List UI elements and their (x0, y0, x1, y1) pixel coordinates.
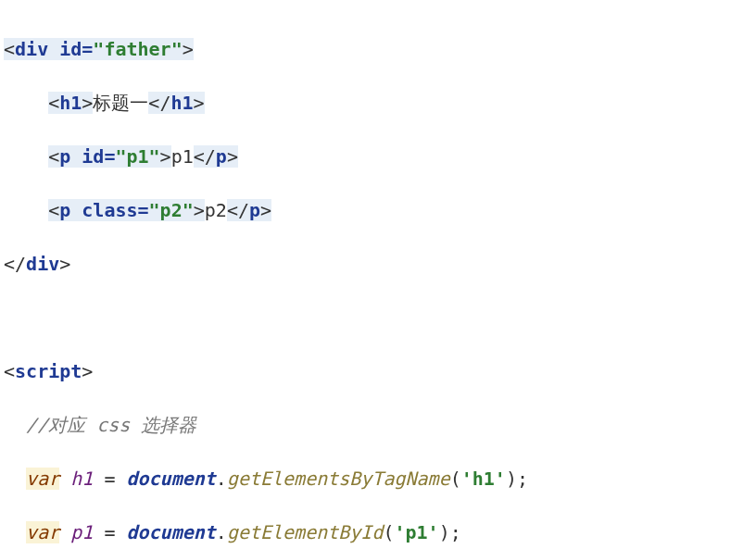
code-line: <script> (4, 358, 756, 385)
object: document (127, 521, 216, 543)
angle-bracket: > (160, 145, 171, 168)
text-content: p1 (171, 145, 194, 168)
angle-bracket: < (4, 38, 15, 60)
attr-value: "father" (93, 38, 182, 60)
method: getElementById (227, 521, 384, 543)
tag-name: h1 (59, 92, 82, 114)
angle-bracket: < (4, 360, 15, 382)
code-editor: <div id="father"> <h1>标题一</h1> <p id="p1… (0, 0, 756, 549)
angle-bracket: < (48, 92, 59, 114)
angle-bracket: > (194, 92, 205, 114)
attr-name: id= (70, 145, 115, 168)
text-content: 标题一 (93, 92, 148, 114)
tag-name: p (59, 199, 70, 221)
comment: //对应 css 选择器 (26, 414, 196, 436)
code-line: var h1 = document.getElementsByTagName('… (4, 466, 756, 493)
angle-bracket: </ (4, 253, 26, 275)
code-line: <h1>标题一</h1> (4, 90, 756, 117)
angle-bracket: > (194, 199, 205, 221)
tag-name: script (15, 360, 82, 382)
string-arg: 'h1' (461, 468, 506, 490)
angle-bracket: < (48, 199, 59, 221)
attr-name: class= (70, 199, 148, 221)
attr-name: id= (48, 38, 93, 60)
tag-name: p (249, 199, 260, 221)
code-line (4, 305, 756, 331)
string-arg: 'p1' (395, 521, 439, 543)
identifier: h1 (70, 468, 93, 490)
angle-bracket: </ (227, 199, 249, 221)
text-content: p2 (205, 199, 227, 221)
code-line: <div id="father"> (4, 36, 756, 63)
angle-bracket: < (48, 145, 59, 168)
angle-bracket: > (82, 360, 93, 382)
code-line: //对应 css 选择器 (4, 412, 756, 439)
code-line: </div> (4, 251, 756, 278)
code-line: <p class="p2">p2</p> (4, 197, 756, 224)
tag-name: div (26, 253, 59, 275)
object: document (127, 468, 216, 490)
angle-bracket: > (260, 199, 271, 221)
code-line: <p id="p1">p1</p> (4, 143, 756, 170)
angle-bracket: </ (148, 92, 170, 114)
tag-name: p (59, 145, 70, 168)
angle-bracket: > (227, 145, 238, 168)
method: getElementsByTagName (227, 468, 450, 490)
identifier: p1 (70, 521, 93, 543)
attr-value: "p1" (115, 145, 159, 168)
angle-bracket: > (82, 92, 93, 114)
angle-bracket: </ (194, 145, 216, 168)
angle-bracket: > (59, 253, 70, 275)
angle-bracket: > (183, 38, 194, 60)
keyword: var (26, 521, 59, 543)
code-line: var p1 = document.getElementById('p1'); (4, 519, 756, 546)
tag-name: h1 (170, 92, 193, 114)
tag-name: p (216, 145, 227, 168)
tag-name: div (15, 38, 48, 60)
attr-value: "p2" (149, 199, 194, 221)
keyword: var (26, 468, 59, 490)
